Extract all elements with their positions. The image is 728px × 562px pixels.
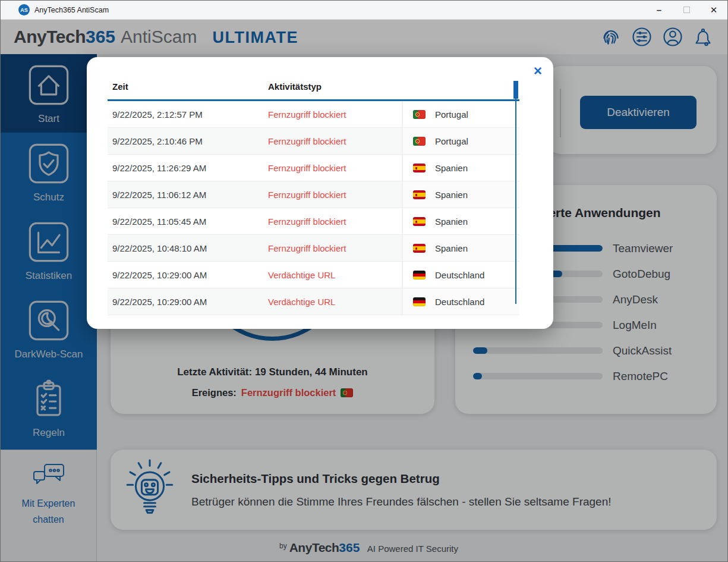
cell-country: Deutschland xyxy=(402,262,519,288)
cell-time: 9/22/2025, 10:29:00 AM xyxy=(108,270,268,280)
tips-card: Sicherheits-Tipps und Tricks gegen Betru… xyxy=(111,450,717,530)
table-row: 9/22/2025, 11:06:12 AM Fernzugriff block… xyxy=(108,181,519,208)
sidebar-item-schutz[interactable]: Schutz xyxy=(1,133,97,211)
cell-activity: Fernzugriff blockiert xyxy=(268,136,402,146)
last-activity-text: Letzte Aktivität: 19 Stunden, 44 Minuten xyxy=(111,366,434,378)
brand-anytech: AnyTech xyxy=(14,27,86,47)
portugal-flag-icon xyxy=(341,388,353,397)
app-usage-slider[interactable] xyxy=(473,373,603,379)
table-row: 9/22/2025, 2:12:57 PM Fernzugriff blocki… xyxy=(108,101,519,128)
app-body: AnyTech365 AntiScam ULTIMATE xyxy=(1,20,727,562)
sidebar-item-statistiken[interactable]: Statistiken xyxy=(1,211,97,290)
chat-label-line2: chatten xyxy=(22,511,75,528)
sidebar-item-label: Mit Experten chatten xyxy=(22,495,75,528)
app-name: AnyDesk xyxy=(613,293,658,306)
slider-fill xyxy=(473,347,487,354)
window-controls: – ✕ xyxy=(645,1,727,19)
country-flag-icon xyxy=(413,297,426,306)
sidebar-item-label: Statistiken xyxy=(26,270,72,282)
country-name: Portugal xyxy=(435,109,468,120)
notifications-bell-icon[interactable] xyxy=(693,26,714,48)
cell-activity: Fernzugriff blockiert xyxy=(268,163,402,173)
protection-card: Deaktivieren xyxy=(547,66,717,154)
country-flag-icon xyxy=(413,137,426,146)
sidebar-item-regeln[interactable]: Regeln xyxy=(1,368,97,447)
cell-activity: Fernzugriff blockiert xyxy=(268,190,402,200)
table-row: 9/22/2025, 11:05:45 AM Fernzugriff block… xyxy=(108,208,519,235)
settings-sliders-icon[interactable] xyxy=(631,26,653,48)
table-header: Zeit Aktivitätstyp xyxy=(108,74,519,101)
column-header-activity: Aktivitätstyp xyxy=(268,81,519,92)
app-window: AS AnyTech365 AntiScam – ✕ AnyTech365 An… xyxy=(0,0,728,562)
cell-time: 9/22/2025, 10:29:00 AM xyxy=(108,297,268,307)
table-row: 9/22/2025, 11:26:29 AM Fernzugriff block… xyxy=(108,155,519,181)
app-name: GotoDebug xyxy=(613,268,670,281)
cell-country: Spanien xyxy=(402,181,519,208)
cell-time: 9/22/2025, 11:05:45 AM xyxy=(108,216,268,227)
maximize-icon xyxy=(683,7,690,13)
brand-antiscam: AntiScam xyxy=(121,27,197,47)
country-name: Deutschland xyxy=(435,297,484,307)
app-name: LogMeIn xyxy=(613,319,657,332)
country-flag-icon xyxy=(413,217,426,226)
minimize-button[interactable]: – xyxy=(645,1,673,19)
cell-activity: Fernzugriff blockiert xyxy=(268,109,402,120)
app-row: QuickAssist xyxy=(455,338,717,363)
tips-text: Sicherheits-Tipps und Tricks gegen Betru… xyxy=(191,472,612,508)
account-icon[interactable] xyxy=(662,26,683,48)
close-modal-button[interactable]: ✕ xyxy=(533,65,543,77)
cell-activity: Fernzugriff blockiert xyxy=(268,216,402,227)
country-name: Spanien xyxy=(435,243,468,253)
cell-time: 9/22/2025, 10:48:10 AM xyxy=(108,243,268,253)
app-usage-slider[interactable] xyxy=(473,347,603,354)
app-row: RemotePC xyxy=(455,363,717,389)
chat-label-line1: Mit Experten xyxy=(22,495,75,511)
cell-time: 9/22/2025, 2:12:57 PM xyxy=(108,109,268,120)
app-header: AnyTech365 AntiScam ULTIMATE xyxy=(1,20,727,54)
darkweb-scan-icon xyxy=(26,298,71,343)
rules-checklist-icon xyxy=(26,376,71,422)
chat-bubbles-icon xyxy=(30,462,67,491)
country-name: Spanien xyxy=(435,216,468,227)
app-name: RemotePC xyxy=(613,370,668,383)
edition-label: ULTIMATE xyxy=(212,29,298,47)
app-name: Teamviewer xyxy=(613,242,673,255)
scrollbar-thumb[interactable] xyxy=(513,81,518,99)
cell-activity: Verdächtige URL xyxy=(268,297,402,307)
close-window-button[interactable]: ✕ xyxy=(700,1,727,19)
table-row: 9/22/2025, 10:29:00 AM Verdächtige URL D… xyxy=(108,262,519,288)
footer-by: by xyxy=(279,542,287,550)
header-icons xyxy=(600,26,714,48)
event-line: Ereignes: Fernzugriff blockiert xyxy=(111,387,434,398)
country-flag-icon xyxy=(413,271,426,280)
cell-country: Deutschland xyxy=(402,288,519,315)
cell-activity: Verdächtige URL xyxy=(268,270,402,280)
app-badge-icon: AS xyxy=(18,4,30,15)
cell-country: Spanien xyxy=(402,155,519,181)
titlebar: AS AnyTech365 AntiScam – ✕ xyxy=(1,1,727,20)
cell-country: Portugal xyxy=(402,128,519,154)
country-name: Portugal xyxy=(435,136,468,146)
country-name: Spanien xyxy=(435,190,468,200)
country-flag-icon xyxy=(413,164,426,172)
country-flag-icon xyxy=(413,244,426,253)
footer-anytech: AnyTech xyxy=(289,541,339,554)
table-row: 9/22/2025, 10:48:10 AM Fernzugriff block… xyxy=(108,235,519,262)
sidebar-item-darkweb-scan[interactable]: DarkWeb-Scan xyxy=(1,290,97,368)
sidebar-item-label: Regeln xyxy=(33,427,65,439)
lightbulb-face-icon xyxy=(121,457,178,523)
window-title: AnyTech365 AntiScam xyxy=(34,6,109,14)
fingerprint-icon[interactable] xyxy=(600,26,622,48)
table-row: 9/22/2025, 2:10:46 PM Fernzugriff blocki… xyxy=(108,128,519,155)
shield-check-icon xyxy=(26,141,71,186)
cell-country: Portugal xyxy=(402,101,519,127)
app-name: QuickAssist xyxy=(613,344,672,357)
sidebar-item-start[interactable]: Start xyxy=(1,54,97,133)
deactivate-button[interactable]: Deaktivieren xyxy=(580,96,697,129)
maximize-button[interactable] xyxy=(673,1,700,19)
sidebar-item-chat-experts[interactable]: Mit Experten chatten xyxy=(1,450,97,562)
cell-activity: Fernzugriff blockiert xyxy=(268,243,402,253)
scrollbar-track[interactable] xyxy=(515,81,516,304)
tips-body: Betrüger können die Stimme Ihres Freunde… xyxy=(191,495,612,508)
country-flag-icon xyxy=(413,190,426,199)
